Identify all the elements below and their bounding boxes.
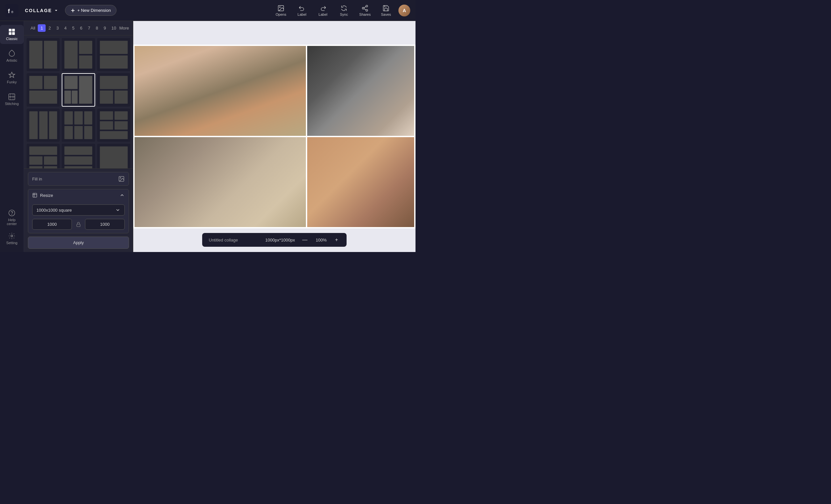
svg-rect-50 — [29, 146, 57, 155]
svg-rect-34 — [100, 91, 113, 104]
chevron-up-icon — [119, 192, 125, 198]
svg-rect-9 — [12, 29, 15, 31]
layout-thumb-5[interactable] — [62, 73, 95, 106]
sidebar-item-classic[interactable]: Classic — [0, 25, 24, 44]
svg-point-4 — [279, 6, 280, 7]
layout-thumb-11[interactable] — [62, 144, 95, 168]
avatar-image: A — [398, 5, 410, 17]
tab-8[interactable]: 8 — [93, 24, 101, 32]
svg-rect-41 — [84, 111, 92, 124]
layout-thumb-10[interactable] — [27, 144, 60, 168]
svg-rect-55 — [65, 146, 92, 155]
size-option-label: 1000x1000 square — [36, 208, 72, 213]
svg-rect-24 — [100, 41, 128, 54]
saves-button[interactable]: Saves — [376, 3, 396, 19]
tab-6[interactable]: 6 — [77, 24, 85, 32]
tab-9[interactable]: 9 — [101, 24, 109, 32]
logo-icon: f ® — [5, 4, 18, 17]
nav-actions: Opens Label Label Sync — [271, 3, 396, 19]
sync-label: Sync — [340, 12, 348, 17]
svg-point-60 — [120, 178, 121, 178]
plus-icon — [70, 8, 75, 13]
tab-3[interactable]: 3 — [54, 24, 61, 32]
bottom-controls: Fill in Resize — [24, 168, 133, 252]
sidebar-item-artistic[interactable]: Artistic — [0, 47, 24, 66]
stitching-label: Stitching — [5, 102, 19, 106]
layout-thumb-8[interactable] — [62, 109, 95, 142]
layout-thumb-6[interactable] — [97, 73, 130, 106]
zoom-plus-icon: + — [335, 237, 338, 242]
layout-thumb-2[interactable] — [62, 38, 95, 71]
tab-10[interactable]: 10 — [109, 24, 116, 32]
svg-rect-10 — [9, 32, 11, 35]
undo-button[interactable]: Label — [292, 3, 312, 19]
zoom-in-button[interactable]: + — [333, 236, 340, 243]
svg-rect-8 — [9, 29, 11, 31]
svg-rect-30 — [79, 76, 92, 104]
chevron-down-icon — [54, 8, 58, 13]
new-dimension-button[interactable]: + New Dimension — [65, 5, 116, 16]
resize-section: Resize 1000x1000 square 1000 — [28, 189, 129, 233]
resize-header[interactable]: Resize — [28, 189, 128, 201]
status-bar: Untitled collage 1000px*1000px — 100% + — [202, 233, 347, 247]
svg-rect-42 — [65, 126, 73, 139]
svg-rect-20 — [44, 41, 57, 68]
svg-rect-33 — [100, 76, 128, 89]
gear-icon — [8, 232, 16, 240]
fill-in-button[interactable]: Fill in — [28, 172, 129, 186]
lock-icon — [75, 220, 82, 228]
sidebar-icons: Classic Artistic Funky Stitching — [0, 21, 24, 252]
svg-rect-45 — [100, 111, 113, 120]
tab-all[interactable]: All — [28, 24, 38, 32]
sidebar-item-stitching[interactable]: Stitching — [0, 90, 24, 109]
layout-thumb-3[interactable] — [97, 38, 130, 71]
classic-icon — [8, 28, 16, 35]
svg-point-18 — [11, 235, 13, 237]
layout-thumb-7[interactable] — [27, 109, 60, 142]
layout-thumb-4[interactable] — [27, 73, 60, 106]
sidebar-item-funky[interactable]: Funky — [0, 68, 24, 87]
svg-rect-61 — [33, 193, 37, 197]
sidebar-item-help[interactable]: Help center — [0, 206, 24, 229]
size-select-button[interactable]: 1000x1000 square — [32, 204, 125, 215]
tab-5[interactable]: 5 — [69, 24, 77, 32]
svg-point-5 — [366, 5, 368, 7]
collage-cell-2[interactable] — [307, 46, 414, 136]
undo-icon — [298, 5, 306, 12]
opens-button[interactable]: Opens — [271, 3, 291, 19]
tab-1[interactable]: 1 — [38, 24, 46, 32]
tab-more[interactable]: More — [116, 24, 132, 32]
apply-button[interactable]: Apply — [28, 237, 129, 249]
svg-rect-47 — [100, 121, 113, 129]
svg-point-16 — [9, 210, 15, 216]
redo-button[interactable]: Label — [313, 3, 333, 19]
collage-cell-3[interactable] — [135, 137, 306, 227]
collage-cell-1[interactable] — [135, 46, 306, 136]
layout-thumb-1[interactable] — [27, 38, 60, 71]
avatar[interactable]: A — [398, 5, 410, 17]
tab-4[interactable]: 4 — [61, 24, 69, 32]
tab-2[interactable]: 2 — [46, 24, 54, 32]
collage-dropdown-button[interactable]: COLLAGE — [22, 6, 61, 15]
sync-button[interactable]: Sync — [334, 3, 354, 19]
height-input[interactable]: 1000 — [85, 219, 125, 230]
tab-7[interactable]: 7 — [85, 24, 93, 32]
collage-cell-4[interactable] — [307, 137, 414, 227]
zoom-out-button[interactable]: — — [300, 236, 310, 243]
svg-rect-48 — [115, 121, 128, 129]
svg-rect-23 — [79, 55, 92, 68]
sidebar-item-setting[interactable]: Setting — [0, 229, 24, 248]
layout-thumb-12[interactable] — [97, 144, 130, 168]
layout-thumb-9[interactable] — [97, 109, 130, 142]
logo[interactable]: f ® — [5, 4, 18, 17]
stitching-icon — [8, 93, 16, 100]
collage-canvas — [133, 45, 416, 228]
artistic-icon — [8, 50, 16, 57]
width-input[interactable]: 1000 — [32, 219, 72, 230]
svg-rect-58 — [100, 146, 128, 168]
svg-rect-22 — [79, 41, 92, 54]
shares-button[interactable]: Shares — [355, 3, 375, 19]
redo-icon — [319, 5, 326, 12]
canvas-dimensions: 1000px*1000px — [265, 238, 295, 242]
svg-point-7 — [366, 9, 368, 11]
